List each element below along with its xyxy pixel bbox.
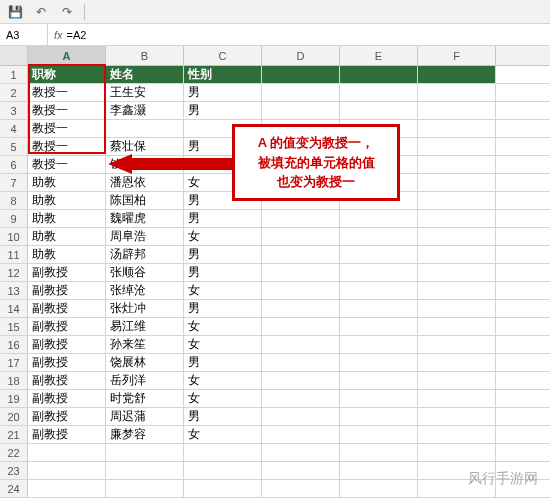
- row-header[interactable]: 13: [0, 282, 28, 299]
- cell[interactable]: [262, 300, 340, 317]
- cell[interactable]: [340, 102, 418, 119]
- formula-input[interactable]: [67, 29, 544, 41]
- cell[interactable]: 女: [184, 318, 262, 335]
- cell[interactable]: [106, 462, 184, 479]
- cell[interactable]: 副教授: [28, 318, 106, 335]
- cell[interactable]: [340, 282, 418, 299]
- cell[interactable]: 张灶冲: [106, 300, 184, 317]
- col-header-f[interactable]: F: [418, 46, 496, 65]
- cell[interactable]: 教授一: [28, 102, 106, 119]
- cell[interactable]: [262, 390, 340, 407]
- cell[interactable]: [418, 102, 496, 119]
- col-header-a[interactable]: A: [28, 46, 106, 65]
- cell[interactable]: 教授一: [28, 156, 106, 173]
- cell[interactable]: 职称: [28, 66, 106, 83]
- row-header[interactable]: 16: [0, 336, 28, 353]
- cell[interactable]: [418, 426, 496, 443]
- cell[interactable]: 蔡壮保: [106, 138, 184, 155]
- col-header-c[interactable]: C: [184, 46, 262, 65]
- cell[interactable]: [418, 318, 496, 335]
- cell[interactable]: [418, 174, 496, 191]
- cell[interactable]: 副教授: [28, 390, 106, 407]
- cell[interactable]: 教授一: [28, 120, 106, 137]
- cell[interactable]: 周迟蒲: [106, 408, 184, 425]
- cell[interactable]: [340, 300, 418, 317]
- col-header-b[interactable]: B: [106, 46, 184, 65]
- col-header-e[interactable]: E: [340, 46, 418, 65]
- cell[interactable]: [418, 210, 496, 227]
- cell[interactable]: [340, 462, 418, 479]
- cell[interactable]: [340, 390, 418, 407]
- row-header[interactable]: 5: [0, 138, 28, 155]
- cell[interactable]: [340, 210, 418, 227]
- cell[interactable]: 助教: [28, 210, 106, 227]
- row-header[interactable]: 1: [0, 66, 28, 83]
- cell[interactable]: 副教授: [28, 426, 106, 443]
- cell[interactable]: 助教: [28, 174, 106, 191]
- cell[interactable]: 助教: [28, 192, 106, 209]
- cell[interactable]: 汤辟邦: [106, 246, 184, 263]
- cell[interactable]: 张绰沧: [106, 282, 184, 299]
- cell[interactable]: 副教授: [28, 264, 106, 281]
- cell[interactable]: [262, 336, 340, 353]
- row-header[interactable]: 18: [0, 372, 28, 389]
- cell[interactable]: 张顺谷: [106, 264, 184, 281]
- cell[interactable]: 副教授: [28, 372, 106, 389]
- cell[interactable]: 性别: [184, 66, 262, 83]
- row-header[interactable]: 10: [0, 228, 28, 245]
- row-header[interactable]: 17: [0, 354, 28, 371]
- cell[interactable]: [184, 462, 262, 479]
- cell[interactable]: 男: [184, 264, 262, 281]
- cell[interactable]: 女: [184, 372, 262, 389]
- fx-icon[interactable]: fx: [54, 29, 63, 41]
- cell[interactable]: [340, 84, 418, 101]
- select-all-corner[interactable]: [0, 46, 28, 65]
- cell[interactable]: [418, 336, 496, 353]
- cell[interactable]: 男: [184, 102, 262, 119]
- cell[interactable]: [340, 444, 418, 461]
- cell[interactable]: [418, 84, 496, 101]
- row-header[interactable]: 24: [0, 480, 28, 497]
- cell[interactable]: 男: [184, 246, 262, 263]
- name-box[interactable]: A3: [0, 24, 48, 45]
- cell[interactable]: [340, 66, 418, 83]
- cell[interactable]: 女: [184, 390, 262, 407]
- cell[interactable]: 副教授: [28, 300, 106, 317]
- cell[interactable]: 助教: [28, 228, 106, 245]
- cell[interactable]: [28, 444, 106, 461]
- cell[interactable]: [418, 228, 496, 245]
- cell[interactable]: [262, 408, 340, 425]
- cell[interactable]: [418, 354, 496, 371]
- cell[interactable]: [418, 246, 496, 263]
- cell[interactable]: [262, 210, 340, 227]
- cell[interactable]: [340, 318, 418, 335]
- row-header[interactable]: 15: [0, 318, 28, 335]
- row-header[interactable]: 6: [0, 156, 28, 173]
- cell[interactable]: 王生安: [106, 84, 184, 101]
- cell[interactable]: [262, 372, 340, 389]
- cell[interactable]: [340, 372, 418, 389]
- row-header[interactable]: 8: [0, 192, 28, 209]
- cell[interactable]: 男: [184, 300, 262, 317]
- cell[interactable]: 女: [184, 228, 262, 245]
- cell[interactable]: [418, 156, 496, 173]
- cell[interactable]: 女: [184, 426, 262, 443]
- cell[interactable]: [262, 84, 340, 101]
- cell[interactable]: [340, 246, 418, 263]
- cell[interactable]: [418, 408, 496, 425]
- cell[interactable]: 副教授: [28, 354, 106, 371]
- cell[interactable]: [418, 192, 496, 209]
- cell[interactable]: 廉梦容: [106, 426, 184, 443]
- cell[interactable]: [340, 408, 418, 425]
- cell[interactable]: [340, 354, 418, 371]
- cell[interactable]: [262, 480, 340, 497]
- cell[interactable]: [106, 120, 184, 137]
- cell[interactable]: [106, 444, 184, 461]
- cell[interactable]: 女: [184, 282, 262, 299]
- cell[interactable]: [418, 120, 496, 137]
- cell[interactable]: 副教授: [28, 282, 106, 299]
- undo-icon[interactable]: ↶: [32, 3, 50, 21]
- row-header[interactable]: 9: [0, 210, 28, 227]
- cell[interactable]: [418, 390, 496, 407]
- row-header[interactable]: 19: [0, 390, 28, 407]
